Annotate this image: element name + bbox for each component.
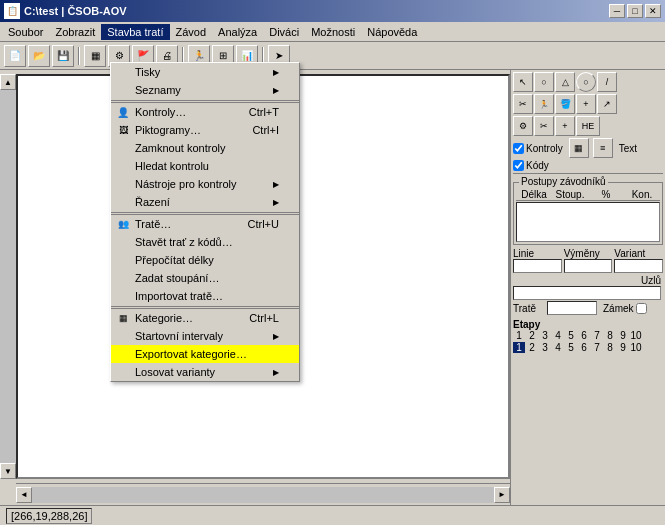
fields-row2: Uzlů <box>513 275 663 300</box>
menu-nastroje[interactable]: Nástroje pro kontroly <box>111 175 299 193</box>
rp-he-btn[interactable]: HE <box>576 116 600 136</box>
rp-row3: ⚙ ✂ + HE <box>513 116 663 136</box>
zamek-checkbox[interactable] <box>636 303 647 314</box>
menu-divaci[interactable]: Diváci <box>263 24 305 40</box>
kategorie-label: Kategorie… <box>135 312 193 324</box>
kontroly-label: Kontroly <box>526 143 563 154</box>
hscroll-left[interactable]: ◄ <box>16 487 32 503</box>
menu-soubor[interactable]: Soubor <box>2 24 49 40</box>
menu-zadat[interactable]: Zadat stoupání… <box>111 269 299 287</box>
toolbar-save[interactable]: 💾 <box>52 45 74 67</box>
rp-figure-btn[interactable]: 🏃 <box>534 94 554 114</box>
etapy-row1: 1 2 3 4 5 6 7 8 9 10 <box>513 330 663 341</box>
kategorie-icon: ▦ <box>115 310 131 326</box>
menu-zavod[interactable]: Závod <box>170 24 213 40</box>
trate-label: Tratě… <box>135 218 171 230</box>
piktogramy-shortcut: Ctrl+I <box>252 124 279 136</box>
menu-losovat[interactable]: Losovat varianty <box>111 363 299 381</box>
menu-kategorie[interactable]: ▦ Kategorie… Ctrl+L <box>111 309 299 327</box>
toolbar-open[interactable]: 📂 <box>28 45 50 67</box>
hscroll-track[interactable] <box>32 487 494 503</box>
menu-piktogramy[interactable]: 🖼 Piktogramy… Ctrl+I <box>111 121 299 139</box>
nastroje-label: Nástroje pro kontroly <box>135 178 237 190</box>
rp-plus-btn[interactable]: + <box>576 94 596 114</box>
col-delka: Délka <box>516 189 552 200</box>
toolbar-grid[interactable]: ▦ <box>84 45 106 67</box>
piktogramy-label: Piktogramy… <box>135 124 201 136</box>
menu-zamknout[interactable]: Zamknout kontroly <box>111 139 299 157</box>
kontroly-shortcut: Ctrl+T <box>249 106 279 118</box>
seznamy-label: Seznamy <box>135 84 181 96</box>
sep2 <box>111 212 299 213</box>
vscroll-track[interactable] <box>0 90 16 463</box>
toolbar-new[interactable]: 📄 <box>4 45 26 67</box>
menu-trate[interactable]: 👥 Tratě… Ctrl+U <box>111 215 299 233</box>
menu-analyza[interactable]: Analýza <box>212 24 263 40</box>
rp-gear-btn[interactable]: ⚙ <box>513 116 533 136</box>
right-panel: ↖ ○ △ ○ / ✂ 🏃 🪣 + ↗ ⚙ ✂ + HE <box>510 70 665 505</box>
importovat-label: Importovat tratě… <box>135 290 223 302</box>
main-toolbar: 📄 📂 💾 ▦ ⚙ 🚩 🖨 🏃 ⊞ 📊 ➤ <box>0 42 665 70</box>
rp-triangle-btn[interactable]: △ <box>555 72 575 92</box>
variant-input[interactable] <box>614 259 663 273</box>
zadat-label: Zadat stoupání… <box>135 272 219 284</box>
rp-arrow-btn[interactable]: ↖ <box>513 72 533 92</box>
postupy-group: Postupy závodníků Délka Stoup. % Kon. <box>513 182 663 245</box>
menu-section-2: 👤 Kontroly… Ctrl+T 🖼 Piktogramy… Ctrl+I … <box>111 102 299 211</box>
menu-hledat[interactable]: Hledat kontrolu <box>111 157 299 175</box>
hscroll-right[interactable]: ► <box>494 487 510 503</box>
vscroll-up[interactable]: ▲ <box>0 74 16 90</box>
col-stoup: Stoup. <box>552 189 588 200</box>
rp-grid-btn[interactable]: ▦ <box>569 138 589 158</box>
rp-arrow2-btn[interactable]: ↗ <box>597 94 617 114</box>
fields-row1: Linie Výměny Variant <box>513 248 663 273</box>
menu-razeni[interactable]: Řazení <box>111 193 299 211</box>
menu-importovat[interactable]: Importovat tratě… <box>111 287 299 305</box>
menu-tisky[interactable]: Tisky <box>111 63 299 81</box>
vymeny-label: Výměny <box>564 248 613 259</box>
rp-circle-btn[interactable]: ○ <box>534 72 554 92</box>
linie-label: Linie <box>513 248 562 259</box>
menu-section-3: 👥 Tratě… Ctrl+U Stavět trať z kódů… Přep… <box>111 214 299 305</box>
rp-slash-btn[interactable]: / <box>597 72 617 92</box>
rp-scissors-btn[interactable]: ✂ <box>513 94 533 114</box>
rp-plus2-btn[interactable]: + <box>555 116 575 136</box>
etapy-label: Etapy <box>513 319 663 330</box>
content-area: ▲ ▼ ◄ ► ↖ ○ △ ○ / <box>0 70 665 505</box>
menu-prepocitat[interactable]: Přepočítat délky <box>111 251 299 269</box>
menu-kontroly[interactable]: 👤 Kontroly… Ctrl+T <box>111 103 299 121</box>
rp-circle2-btn[interactable]: ○ <box>576 72 596 92</box>
close-button[interactable]: ✕ <box>645 4 661 18</box>
rp-scissors2-btn[interactable]: ✂ <box>534 116 554 136</box>
menu-moznosti[interactable]: Možnosti <box>305 24 361 40</box>
menu-stavba[interactable]: Stavba tratí <box>101 24 169 40</box>
status-coords: [266,19,288,26] <box>6 508 92 524</box>
vscroll-down[interactable]: ▼ <box>0 463 16 479</box>
menu-seznamy[interactable]: Seznamy <box>111 81 299 99</box>
uzlu-input[interactable] <box>513 286 661 300</box>
vymeny-input[interactable] <box>564 259 613 273</box>
rp-bucket-btn[interactable]: 🪣 <box>555 94 575 114</box>
rp-row1: ↖ ○ △ ○ / <box>513 72 663 92</box>
zamek-label: Zámek <box>603 303 634 314</box>
rp-lines-btn[interactable]: ≡ <box>593 138 613 158</box>
linie-input[interactable] <box>513 259 562 273</box>
menu-stavet[interactable]: Stavět trať z kódů… <box>111 233 299 251</box>
minimize-button[interactable]: ─ <box>609 4 625 18</box>
etapy-row2: 1 2 3 4 5 6 7 8 9 10 <box>513 342 663 353</box>
sep1 <box>111 100 299 101</box>
menu-napoveda[interactable]: Nápověda <box>361 24 423 40</box>
uzlu-group: Uzlů <box>513 275 661 300</box>
menu-startovni[interactable]: Startovní intervaly <box>111 327 299 345</box>
kody-checkbox[interactable] <box>513 160 524 171</box>
maximize-button[interactable]: □ <box>627 4 643 18</box>
hscroll-bar: ◄ ► <box>16 483 510 505</box>
kontroly-checkbox[interactable] <box>513 143 524 154</box>
trate-icon: 👥 <box>115 216 131 232</box>
piktogramy-icon: 🖼 <box>115 122 131 138</box>
kontroly-item-label: Kontroly… <box>135 106 186 118</box>
menu-exportovat[interactable]: Exportovat kategorie… <box>111 345 299 363</box>
app-icon: 📋 <box>4 3 20 19</box>
menu-zobrazit[interactable]: Zobrazit <box>49 24 101 40</box>
trate-input[interactable] <box>547 301 597 315</box>
